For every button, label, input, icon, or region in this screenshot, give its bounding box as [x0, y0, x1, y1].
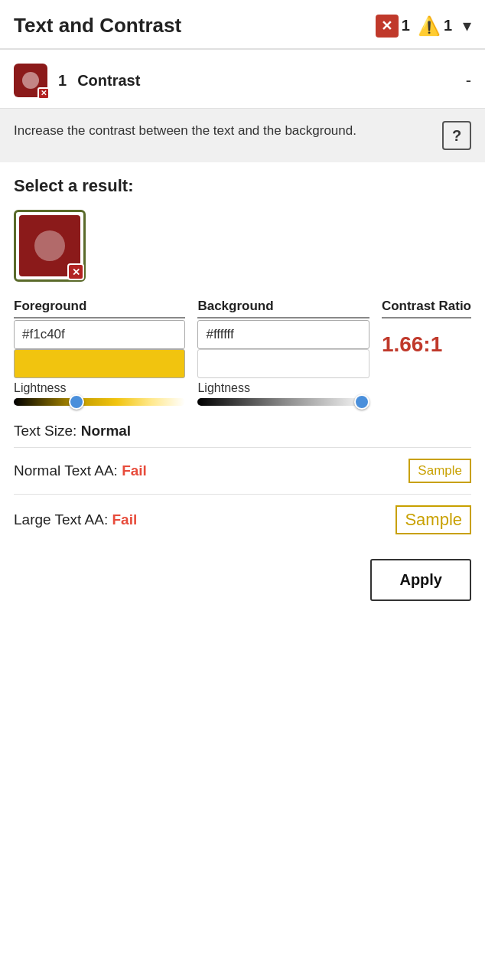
thumbnail-badge: ✕ — [67, 263, 84, 280]
contrast-section-row: ✕ 1 Contrast - — [0, 50, 485, 109]
thumbnail-x-icon: ✕ — [72, 266, 80, 278]
error-badge: ✕ 1 — [376, 15, 410, 38]
contrast-ratio-value: 1.66:1 — [382, 332, 471, 357]
contrast-ratio-label: Contrast Ratio — [382, 299, 471, 318]
text-size-row: Text Size: Normal — [14, 423, 471, 439]
fg-bg-area: Foreground Lightness Background Lightnes… — [14, 299, 471, 409]
chevron-down-icon[interactable]: ▾ — [463, 16, 471, 36]
page-title: Text and Contrast — [14, 14, 368, 38]
warn-badge: ⚠️ 1 — [418, 15, 452, 38]
error-icon: ✕ — [376, 15, 399, 38]
background-lightness-label: Lightness — [197, 381, 369, 395]
error-count: 1 — [402, 17, 410, 34]
contrast-error-badge: ✕ — [37, 87, 50, 100]
text-size-value: Normal — [81, 423, 131, 439]
contrast-icon-inner — [22, 72, 39, 89]
warn-count: 1 — [444, 17, 452, 34]
main-content: Select a result: ✕ Foreground Lightness … — [0, 162, 485, 619]
thumbnail-inner: ✕ — [19, 215, 80, 276]
select-result-label: Select a result: — [14, 176, 471, 196]
normal-text-aa-status: Fail — [122, 462, 147, 479]
background-input[interactable] — [197, 320, 369, 349]
help-button[interactable]: ? — [442, 121, 471, 150]
large-text-aa-label-text: Large Text AA: — [14, 511, 108, 528]
background-lightness-slider[interactable] — [197, 398, 369, 406]
header: Text and Contrast ✕ 1 ⚠️ 1 ▾ — [0, 0, 485, 50]
foreground-section: Foreground Lightness — [14, 299, 185, 409]
normal-text-aa-label: Normal Text AA: Fail — [14, 462, 409, 479]
section-number: 1 — [58, 72, 67, 90]
apply-button[interactable]: Apply — [370, 559, 471, 601]
background-swatch — [197, 349, 369, 378]
background-label: Background — [197, 299, 369, 318]
contrast-x-icon: ✕ — [41, 90, 47, 97]
foreground-swatch — [14, 349, 185, 378]
background-section: Background Lightness — [197, 299, 369, 409]
text-size-label: Text Size: — [14, 423, 76, 439]
section-label: Contrast — [77, 72, 455, 90]
result-thumbnail[interactable]: ✕ — [14, 210, 86, 282]
normal-text-sample: Sample — [409, 459, 471, 483]
info-text: Increase the contrast between the text a… — [14, 121, 431, 141]
foreground-label: Foreground — [14, 299, 185, 318]
foreground-lightness-slider[interactable] — [14, 398, 185, 406]
normal-text-aa-row: Normal Text AA: Fail Sample — [14, 447, 471, 494]
contrast-icon: ✕ — [14, 64, 47, 97]
normal-text-aa-label-text: Normal Text AA: — [14, 462, 118, 479]
large-text-aa-label: Large Text AA: Fail — [14, 511, 395, 528]
contrast-ratio-section: Contrast Ratio 1.66:1 — [382, 299, 471, 357]
apply-row: Apply — [14, 545, 471, 619]
large-text-aa-row: Large Text AA: Fail Sample — [14, 494, 471, 545]
large-text-sample: Sample — [395, 505, 471, 534]
foreground-input[interactable] — [14, 320, 185, 349]
foreground-lightness-label: Lightness — [14, 381, 185, 395]
large-text-aa-status: Fail — [112, 511, 138, 528]
thumbnail-circle — [34, 230, 65, 261]
info-box: Increase the contrast between the text a… — [0, 109, 485, 162]
warn-icon: ⚠️ — [418, 15, 441, 38]
section-collapse-icon[interactable]: - — [466, 70, 471, 90]
